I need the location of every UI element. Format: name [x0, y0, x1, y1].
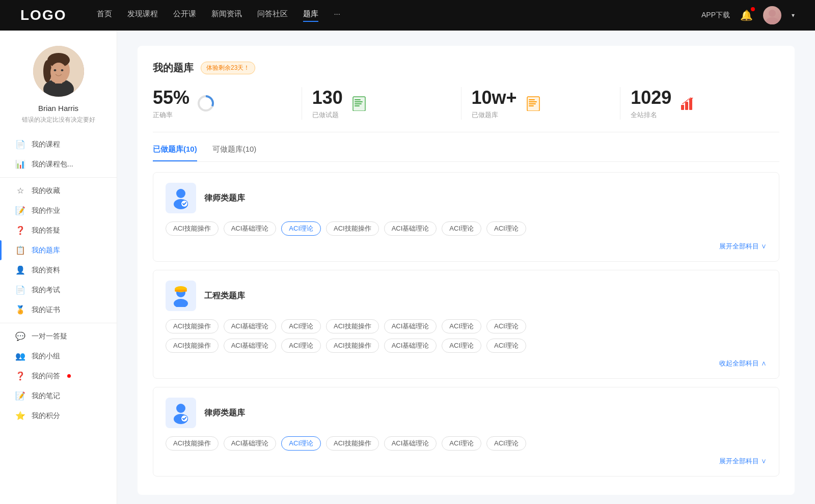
stat-accuracy-value: 55% [153, 87, 189, 108]
sidebar-item-qa-label: 我的答疑 [32, 226, 60, 235]
qbank-tag-1-6[interactable]: ACI理论 [486, 319, 526, 333]
qbank-tag-1-r2-3[interactable]: ACI技能操作 [326, 339, 379, 353]
logo: LOGO [20, 7, 66, 23]
stat-ranking-value-group: 1029 全站排名 [631, 87, 671, 120]
sidebar-item-coursepack-label: 我的课程包... [32, 160, 73, 169]
trial-badge: 体验剩余23天！ [201, 62, 255, 74]
qbank-title-2: 律师类题库 [204, 408, 245, 418]
qbank-tag-0-1[interactable]: ACI基础理论 [224, 221, 277, 236]
collapse-link-1[interactable]: 收起全部科目 ∧ [719, 359, 767, 368]
svg-point-10 [61, 69, 63, 71]
page-title: 我的题库 [153, 61, 194, 75]
qbank-tag-2-1[interactable]: ACI基础理论 [224, 436, 277, 451]
stat-ranking: 1029 全站排名 [620, 87, 779, 120]
app-download-button[interactable]: APP下载 [701, 11, 730, 20]
sidebar-item-homework[interactable]: 📝 我的作业 [0, 201, 117, 220]
sidebar-item-cert[interactable]: 🏅 我的证书 [0, 300, 117, 320]
user-avatar[interactable] [763, 6, 781, 24]
sidebar-item-coursepack[interactable]: 📊 我的课程包... [0, 154, 117, 174]
qbank-tag-1-r2-5[interactable]: ACI理论 [442, 339, 481, 353]
tab-done-banks[interactable]: 已做题库(10) [153, 145, 197, 161]
qbank-tag-1-3[interactable]: ACI技能操作 [326, 319, 379, 333]
svg-point-28 [176, 189, 185, 198]
svg-rect-24 [681, 105, 684, 110]
qbank-tag-1-r2-1[interactable]: ACI基础理论 [224, 339, 277, 353]
qbank-tag-2-4[interactable]: ACI基础理论 [384, 436, 437, 451]
qbank-tag-1-2[interactable]: ACI理论 [281, 319, 321, 333]
qbank-tag-1-4[interactable]: ACI基础理论 [384, 319, 437, 333]
qbank-tag-1-r2-2[interactable]: ACI理论 [281, 339, 321, 353]
sidebar-item-exam[interactable]: 📄 我的考试 [0, 280, 117, 300]
homework-icon: 📝 [15, 206, 25, 215]
nav-more[interactable]: ··· [334, 9, 340, 22]
divider-2 [0, 323, 117, 323]
qbank-tag-1-r2-0[interactable]: ACI技能操作 [166, 339, 219, 353]
sidebar-item-myqa[interactable]: ❓ 我的问答 [0, 366, 117, 386]
stat-banks-icon [524, 94, 542, 113]
svg-rect-23 [529, 105, 534, 106]
qbank-tag-0-4[interactable]: ACI基础理论 [384, 221, 437, 236]
nav-qbank[interactable]: 题库 [303, 9, 318, 22]
sidebar-item-notes[interactable]: 📝 我的笔记 [0, 386, 117, 406]
expand-link-2[interactable]: 展开全部科目 ∨ [719, 457, 767, 466]
qbank-tag-0-2[interactable]: ACI理论 [281, 221, 321, 236]
sidebar-item-qa[interactable]: ❓ 我的答疑 [0, 220, 117, 240]
qbank-tags-row2-1: ACI技能操作 ACI基础理论 ACI理论 ACI技能操作 ACI基础理论 AC… [166, 339, 767, 353]
qbank-tags-2: ACI技能操作 ACI基础理论 ACI理论 ACI技能操作 ACI基础理论 AC… [166, 436, 767, 451]
svg-rect-16 [355, 101, 363, 102]
qbank-icon-1 [166, 281, 196, 311]
qbank-tag-0-0[interactable]: ACI技能操作 [166, 221, 219, 236]
svg-rect-17 [355, 103, 362, 104]
notification-bell[interactable]: 🔔 [740, 9, 753, 21]
svg-rect-15 [355, 99, 361, 100]
sidebar-item-points[interactable]: ⭐ 我的积分 [0, 406, 117, 426]
user-dropdown-arrow[interactable]: ▾ [792, 12, 795, 19]
qbank-tag-1-0[interactable]: ACI技能操作 [166, 319, 219, 333]
stat-banks-value-group: 10w+ 已做题库 [472, 87, 517, 120]
svg-point-36 [176, 404, 185, 413]
favorites-icon: ☆ [15, 186, 25, 195]
svg-point-0 [769, 10, 776, 17]
stat-accuracy-label: 正确率 [153, 110, 189, 120]
qbank-tag-2-0[interactable]: ACI技能操作 [166, 436, 219, 451]
qbank-icon-0 [166, 183, 196, 213]
sidebar-item-qbank[interactable]: 📋 我的题库 [0, 240, 117, 260]
nav-home[interactable]: 首页 [97, 9, 112, 22]
qbank-tag-1-1[interactable]: ACI基础理论 [224, 319, 277, 333]
qbank-tag-2-3[interactable]: ACI技能操作 [326, 436, 379, 451]
sidebar-item-profile[interactable]: 👤 我的资料 [0, 260, 117, 280]
svg-point-7 [43, 60, 51, 82]
qbank-tag-2-6[interactable]: ACI理论 [486, 436, 526, 451]
mycourse-icon: 📄 [15, 139, 25, 149]
nav-discover[interactable]: 发现课程 [127, 9, 158, 22]
nav-opencourse[interactable]: 公开课 [173, 9, 196, 22]
qbank-tag-0-3[interactable]: ACI技能操作 [326, 221, 379, 236]
content-card: 我的题库 体验剩余23天！ 55% 正确率 [138, 46, 795, 495]
sidebar-item-favorites[interactable]: ☆ 我的收藏 [0, 181, 117, 201]
qbank-tag-1-r2-6[interactable]: ACI理论 [486, 339, 526, 353]
expand-link-0[interactable]: 展开全部科目 ∨ [719, 242, 767, 251]
sidebar-item-exam-label: 我的考试 [32, 286, 60, 295]
qbank-tag-2-2[interactable]: ACI理论 [281, 436, 321, 451]
nav-news[interactable]: 新闻资讯 [211, 9, 242, 22]
qbank-tag-0-6[interactable]: ACI理论 [486, 221, 526, 236]
nav-menu: 首页 发现课程 公开课 新闻资讯 问答社区 题库 ··· [97, 9, 701, 22]
stat-questions-value-group: 130 已做试题 [312, 87, 343, 120]
sidebar-item-1on1[interactable]: 💬 一对一答疑 [0, 326, 117, 346]
qbank-tag-2-5[interactable]: ACI理论 [442, 436, 481, 451]
sidebar-item-group[interactable]: 👥 我的小组 [0, 346, 117, 366]
tab-available-banks[interactable]: 可做题库(10) [212, 145, 257, 161]
stat-banks-value: 10w+ [472, 87, 517, 108]
myqa-dot [67, 374, 71, 378]
main-content: 我的题库 体验剩余23天！ 55% 正确率 [117, 31, 815, 504]
sidebar-item-mycourse[interactable]: 📄 我的课程 [0, 134, 117, 154]
qbank-tag-1-r2-4[interactable]: ACI基础理论 [384, 339, 437, 353]
sidebar-item-qbank-label: 我的题库 [32, 246, 60, 255]
sidebar-username: Brian Harris [38, 104, 78, 113]
qbank-tag-0-5[interactable]: ACI理论 [442, 221, 481, 236]
qbank-tag-1-5[interactable]: ACI理论 [442, 319, 481, 333]
stat-ranking-value: 1029 [631, 87, 671, 108]
sidebar-item-cert-label: 我的证书 [32, 305, 60, 315]
points-icon: ⭐ [15, 411, 25, 421]
nav-qa[interactable]: 问答社区 [257, 9, 288, 22]
